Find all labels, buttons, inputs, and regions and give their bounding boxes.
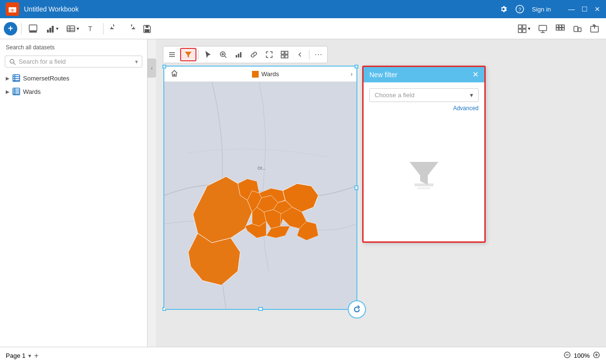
window-controls: — ☐ ✕ (568, 5, 600, 13)
card-toolbar: ··· (163, 46, 328, 63)
move-button[interactable] (277, 49, 292, 60)
save-button[interactable] (140, 23, 154, 35)
right-center-handle[interactable] (354, 185, 358, 190)
svg-point-33 (10, 59, 14, 63)
svg-rect-27 (556, 28, 559, 30)
layer-button[interactable] (25, 22, 41, 35)
help-button[interactable]: ? (515, 5, 524, 13)
svg-rect-7 (47, 30, 49, 33)
dropdown-arrow-icon: ▾ (470, 91, 473, 99)
map-card-title: Wards (252, 70, 279, 78)
layout-button[interactable]: ▾ (515, 22, 533, 35)
title-bar: S Untitled Workbook ? Sign in — ☐ ✕ (0, 0, 606, 18)
svg-text:Ot...: Ot... (258, 166, 266, 171)
zoom-controls: 100% (563, 351, 600, 360)
text-button[interactable]: T (84, 22, 99, 35)
settings-button[interactable] (499, 5, 508, 13)
svg-rect-29 (562, 28, 564, 30)
fullscreen-button[interactable] (262, 49, 276, 60)
dialog-close-button[interactable]: ✕ (472, 71, 479, 79)
filter-placeholder-icon (405, 155, 443, 193)
map-content: Ot... (164, 82, 356, 309)
dialog-header: New filter ✕ (364, 67, 484, 82)
svg-rect-30 (574, 26, 578, 32)
close-button[interactable]: ✕ (595, 5, 600, 13)
title-bar-controls: ? Sign in — ☐ ✕ (499, 5, 600, 13)
svg-rect-55 (281, 51, 284, 54)
maximize-button[interactable]: ☐ (582, 5, 588, 13)
add-page-button[interactable]: + (34, 352, 38, 360)
sidebar-item-label-wards: Wards (23, 88, 41, 95)
field-chooser[interactable]: Choose a field ▾ (369, 88, 479, 102)
zoom-in-button[interactable] (216, 49, 230, 60)
sidebar-header: Search all datasets (0, 39, 147, 54)
zoom-in-status-button[interactable] (593, 351, 600, 360)
corner-handle-tr[interactable] (354, 65, 358, 68)
svg-rect-10 (67, 26, 75, 32)
bar-chart-button[interactable] (231, 49, 246, 60)
filter-icon-placeholder (369, 112, 479, 236)
cursor-button[interactable] (201, 49, 215, 60)
search-dropdown-icon[interactable]: ▾ (135, 58, 138, 65)
workbook-title: Untitled Workbook (24, 5, 499, 13)
sidebar-collapse-button[interactable]: ‹ (148, 58, 156, 78)
app-icon: S (6, 2, 19, 16)
list-view-button[interactable] (165, 49, 179, 60)
signin-button[interactable]: Sign in (532, 6, 551, 13)
svg-rect-19 (518, 29, 522, 33)
more-button[interactable]: ··· (311, 48, 326, 61)
corner-handle-tl[interactable] (162, 65, 166, 68)
undo-button[interactable] (107, 23, 122, 35)
device-button[interactable] (570, 22, 585, 35)
map-card-header: Wards › (164, 67, 356, 82)
svg-rect-6 (29, 31, 37, 33)
link-button[interactable] (247, 49, 261, 60)
svg-line-51 (225, 56, 227, 58)
zoom-level: 100% (574, 352, 590, 359)
svg-rect-53 (238, 54, 240, 57)
svg-rect-63 (417, 187, 431, 189)
svg-text:T: T (88, 25, 92, 33)
status-bar: Page 1 ▾ + 100% (0, 347, 606, 364)
svg-rect-5 (29, 25, 37, 31)
svg-rect-8 (49, 28, 51, 33)
table-dropdown-button[interactable]: ▾ (63, 22, 82, 35)
minimize-button[interactable]: — (568, 5, 575, 13)
svg-rect-28 (559, 28, 561, 30)
search-box[interactable]: ▾ (5, 56, 142, 68)
sep-1 (198, 50, 199, 59)
sidebar-item-somerset-routes[interactable]: ▶ SomersetRoutes (0, 71, 147, 85)
redo-button[interactable] (124, 23, 138, 35)
sidebar-item-wards[interactable]: ▶ Wards (0, 85, 147, 98)
back-button[interactable] (293, 49, 307, 60)
map-home-button[interactable] (168, 68, 181, 80)
sidebar-item-label-somerset: SomersetRoutes (23, 75, 69, 82)
page-dropdown-button[interactable]: ▾ (28, 353, 31, 359)
page-label: Page 1 (6, 352, 25, 359)
map-legend-icon (252, 71, 259, 78)
chart-dropdown-button[interactable]: ▾ (43, 22, 61, 35)
svg-rect-57 (281, 55, 284, 58)
bottom-center-handle[interactable] (258, 307, 263, 311)
filter-button[interactable] (180, 48, 196, 61)
svg-rect-31 (578, 28, 581, 32)
table-icon-wards (12, 88, 20, 95)
advanced-link[interactable]: Advanced (369, 105, 479, 112)
sep-2 (309, 50, 309, 59)
rotate-button[interactable] (348, 300, 366, 318)
new-filter-dialog: New filter ✕ Choose a field ▾ Advanced (362, 66, 486, 243)
svg-rect-9 (52, 26, 54, 33)
search-icon (9, 58, 16, 65)
tiles-button[interactable] (552, 22, 568, 35)
arrow-icon-wards: ▶ (6, 89, 10, 94)
svg-rect-21 (539, 25, 547, 31)
share-button[interactable] (587, 22, 602, 35)
svg-rect-20 (523, 29, 526, 33)
map-expand-button[interactable]: › (351, 71, 353, 78)
present-button[interactable] (535, 22, 550, 35)
zoom-out-button[interactable] (563, 351, 571, 360)
add-button[interactable]: + (4, 22, 17, 35)
toolbar-sep-2 (103, 23, 103, 34)
page-controls: Page 1 ▾ + (6, 352, 39, 360)
search-input[interactable] (19, 58, 135, 65)
